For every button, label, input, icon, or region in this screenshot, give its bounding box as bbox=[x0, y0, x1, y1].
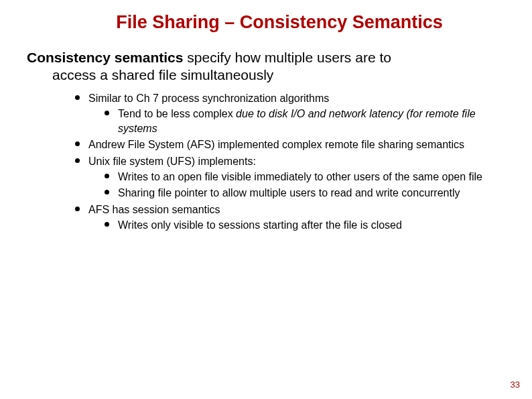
list-item: Similar to Ch 7 process synchronization … bbox=[75, 91, 498, 136]
list-item: Unix file system (UFS) implements: Write… bbox=[75, 154, 498, 201]
bullet-text: Unix file system (UFS) implements: bbox=[88, 156, 256, 167]
sub-list: Tend to be less complex due to disk I/O … bbox=[88, 107, 498, 135]
list-item: AFS has session semantics Writes only vi… bbox=[75, 203, 498, 233]
slide-title: File Sharing – Consistency Semantics bbox=[27, 12, 505, 33]
bullet-text: AFS has session semantics bbox=[88, 204, 220, 215]
list-item: Sharing file pointer to allow multiple u… bbox=[105, 186, 498, 201]
list-item: Tend to be less complex due to disk I/O … bbox=[105, 107, 498, 135]
intro-text-2: access a shared file simultaneously bbox=[27, 66, 485, 84]
bullet-text: Writes only visible to sessions starting… bbox=[118, 219, 402, 231]
sub-list: Writes only visible to sessions starting… bbox=[88, 218, 498, 233]
bullet-text: Tend to be less complex bbox=[118, 108, 236, 119]
list-item: Andrew File System (AFS) implemented com… bbox=[75, 137, 498, 152]
list-item: Writes only visible to sessions starting… bbox=[105, 218, 498, 233]
bullet-text: Similar to Ch 7 process synchronization … bbox=[88, 93, 329, 104]
bullet-text: Sharing file pointer to allow multiple u… bbox=[118, 187, 460, 198]
slide: File Sharing – Consistency Semantics Con… bbox=[0, 0, 532, 399]
bullet-text: Writes to an open file visible immediate… bbox=[118, 171, 482, 182]
intro-text-1: specify how multiple users are to bbox=[183, 50, 391, 65]
sub-list: Writes to an open file visible immediate… bbox=[88, 170, 498, 200]
intro-bold: Consistency semantics bbox=[27, 50, 183, 65]
list-item: Writes to an open file visible immediate… bbox=[105, 170, 498, 184]
bullet-text: Andrew File System (AFS) implemented com… bbox=[88, 139, 464, 150]
page-number: 33 bbox=[511, 380, 520, 390]
bullet-list: Similar to Ch 7 process synchronization … bbox=[27, 91, 505, 233]
intro-paragraph: Consistency semantics specify how multip… bbox=[27, 49, 505, 84]
